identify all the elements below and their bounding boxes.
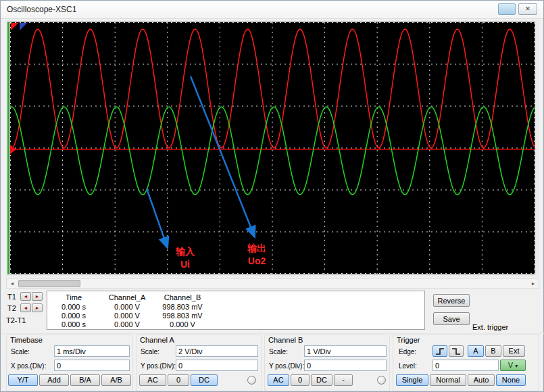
t1-channel-b-value: 998.803 mV (150, 303, 215, 311)
scope-canvas (10, 22, 535, 274)
trigger-auto-button[interactable]: Auto (468, 374, 495, 386)
falling-edge-icon (451, 347, 462, 356)
scroll-right-icon: ► (531, 281, 536, 286)
readings-box: Time Channel_A Channel_B 0.000 s 0.000 V… (47, 291, 425, 330)
timebase-xpos-label: X pos.(Div): (11, 362, 46, 370)
annotation-output-line2: Uo2 (235, 255, 278, 268)
timebase-scale-label: Scale: (11, 348, 30, 356)
close-icon: ✕ (525, 5, 530, 12)
scrollbar-thumb[interactable] (18, 280, 80, 287)
channel-a-dc-button[interactable]: DC (191, 374, 218, 386)
unit-value: V (508, 361, 513, 369)
annotation-input-line1: 输入 (164, 245, 207, 258)
scroll-left-button[interactable]: ◄ (7, 279, 18, 288)
diff-channel-a-value: 0.000 V (101, 320, 153, 328)
t2-channel-a-value: 0.000 V (101, 312, 153, 320)
scope-left-accent (7, 22, 9, 274)
scroll-left-icon: ◄ (10, 281, 15, 286)
channel-b-ypos-input[interactable] (304, 360, 387, 371)
channel-a-zero-button[interactable]: 0 (168, 374, 189, 386)
t1-move-left-button[interactable]: ◄ (20, 292, 31, 301)
channel-b-title: Channel B (268, 336, 303, 344)
t1-channel-a-value: 0.000 V (101, 303, 153, 311)
channel-a-ypos-input[interactable] (176, 360, 258, 371)
ba-mode-button[interactable]: B/A (70, 374, 100, 386)
reverse-button[interactable]: Reverse (433, 294, 470, 307)
timebase-xpos-input[interactable] (54, 360, 130, 371)
t2-cursor-marker[interactable] (20, 23, 27, 30)
trigger-edge-label: Edge: (399, 348, 416, 356)
col-header-channel-a: Channel_A (101, 293, 153, 301)
trigger-normal-button[interactable]: Normal (430, 374, 466, 386)
ext-trigger-label: Ext. trigger (472, 323, 508, 331)
controls-panel: Timebase Scale: X pos.(Div): Y/T Add B/A… (1, 333, 544, 392)
channel-b-ypos-label: Y pos.(Div): (269, 362, 304, 370)
annotation-input: 输入 Ui (164, 245, 207, 271)
channel-b-dc-button[interactable]: DC (311, 374, 332, 386)
right-arrow-icon: ► (35, 305, 40, 310)
add-mode-button[interactable]: Add (39, 374, 69, 386)
annotation-arrow (147, 189, 168, 248)
t1-move-right-button[interactable]: ► (32, 292, 43, 301)
left-arrow-icon: ◄ (24, 294, 28, 299)
trigger-level-unit-select[interactable]: V▾ (500, 360, 526, 371)
save-button[interactable]: Save (433, 312, 470, 325)
close-button[interactable]: ✕ (518, 3, 537, 15)
left-arrow-icon: ◄ (24, 305, 28, 310)
cursor-t2-label: T2 (7, 304, 16, 312)
annotation-output: 输出 Uo2 (235, 242, 278, 268)
falling-edge-button[interactable] (449, 345, 464, 357)
trigger-none-button[interactable]: None (496, 374, 526, 386)
trigger-level-label: Level: (399, 362, 417, 370)
scroll-right-button[interactable]: ► (528, 279, 539, 288)
channel-a-ac-button[interactable]: AC (139, 374, 166, 386)
scope-display: 输入 Ui 输出 Uo2 (9, 22, 535, 274)
trigger-source-ext-button[interactable]: Ext (503, 345, 525, 357)
channel-b-minus-button[interactable]: - (334, 374, 353, 386)
right-arrow-icon: ► (35, 294, 40, 299)
trigger-level-input[interactable] (432, 360, 499, 371)
channel-a-title: Channel A (140, 336, 174, 344)
horizontal-scrollbar[interactable]: ◄ ► (6, 278, 539, 289)
channel-b-probe-icon (377, 376, 386, 385)
yt-mode-button[interactable]: Y/T (8, 374, 38, 386)
t2-move-left-button[interactable]: ◄ (20, 303, 31, 312)
trigger-source-a-button[interactable]: A (468, 345, 484, 357)
col-header-time: Time (50, 293, 97, 301)
timebase-title: Timebase (10, 336, 43, 344)
t1-time-value: 0.000 s (50, 303, 97, 311)
channel-a-scale-label: Scale: (141, 348, 159, 356)
channel-b-ac-button[interactable]: AC (268, 374, 289, 386)
diff-time-value: 0.000 s (50, 320, 97, 328)
trigger-source-b-button[interactable]: B (485, 345, 501, 357)
chevron-down-icon: ▾ (515, 363, 518, 369)
titlebar-aux-button[interactable] (498, 3, 516, 15)
ab-mode-button[interactable]: A/B (101, 374, 131, 386)
window-title: Oscilloscope-XSC1 (7, 5, 76, 14)
channel-b-group: Channel B Scale: Y pos.(Div): AC 0 DC - (264, 335, 390, 391)
rising-edge-button[interactable] (432, 345, 447, 357)
col-header-channel-b: Channel_B (150, 293, 215, 301)
timebase-group: Timebase Scale: X pos.(Div): Y/T Add B/A… (6, 335, 133, 391)
channel-b-zero-button[interactable]: 0 (291, 374, 310, 386)
channel-a-ypos-label: Y pos.(Div): (141, 362, 176, 370)
cursor-diff-label: T2-T1 (6, 316, 26, 324)
annotation-arrow (191, 76, 255, 237)
oscilloscope-window: Oscilloscope-XSC1 ✕ 输入 Ui 输出 Uo2 ◄ ► (0, 0, 544, 392)
cursor-t1-label: T1 (7, 293, 16, 301)
scope-frame: 输入 Ui 输出 Uo2 (6, 20, 539, 277)
title-bar[interactable]: Oscilloscope-XSC1 ✕ (1, 1, 543, 19)
annotation-input-line2: Ui (164, 258, 207, 271)
t1-cursor-marker[interactable] (11, 23, 18, 30)
t2-move-right-button[interactable]: ► (32, 303, 43, 312)
timebase-scale-input[interactable] (54, 345, 130, 357)
channel-b-scale-input[interactable] (304, 345, 387, 357)
trigger-group: Trigger Edge: A B Ext Level: V▾ Single N… (393, 335, 539, 391)
trigger-single-button[interactable]: Single (396, 374, 428, 386)
measurement-panel: T1 ◄ ► T2 ◄ ► T2-T1 Time Channel_A Chann… (1, 289, 544, 333)
rising-edge-icon (435, 347, 445, 356)
channel-a-scale-input[interactable] (176, 345, 258, 357)
channel-b-scale-label: Scale: (269, 348, 288, 356)
t2-time-value: 0.000 s (50, 312, 97, 320)
diff-channel-b-value: 0.000 V (150, 320, 215, 328)
